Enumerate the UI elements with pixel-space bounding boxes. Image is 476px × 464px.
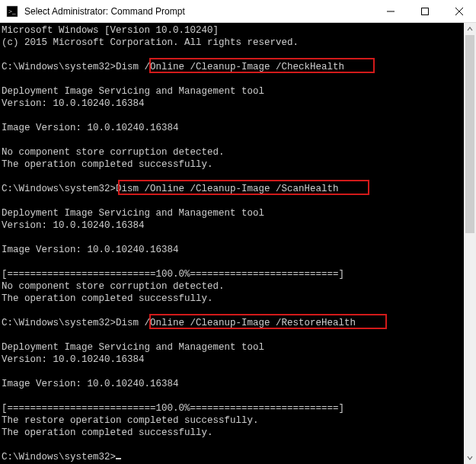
terminal-line: [2, 329, 461, 341]
terminal-line: C:\Windows\system32>Dism /Online /Cleanu…: [2, 183, 461, 195]
titlebar: >_ Select Administrator: Command Prompt: [0, 0, 476, 23]
terminal-line: [2, 232, 461, 244]
terminal-line: C:\Windows\system32>Dism /Online /Cleanu…: [2, 61, 461, 73]
terminal-line: Image Version: 10.0.10240.16384: [2, 378, 461, 390]
terminal-line: Deployment Image Servicing and Managemen…: [2, 85, 461, 98]
terminal-line: The operation completed successfully.: [2, 158, 461, 171]
minimize-button[interactable]: [373, 0, 407, 22]
window-controls: [373, 0, 476, 22]
terminal-line: C:\Windows\system32>: [2, 451, 461, 463]
terminal-output[interactable]: Microsoft Windows [Version 10.0.10240](c…: [0, 23, 464, 464]
terminal-line: [2, 110, 461, 122]
svg-rect-3: [421, 8, 428, 14]
terminal-wrap: Microsoft Windows [Version 10.0.10240](c…: [0, 23, 476, 464]
scroll-up-arrow[interactable]: [464, 23, 476, 35]
window-title: Select Administrator: Command Prompt: [24, 6, 373, 17]
terminal-line: Version: 10.0.10240.16384: [2, 354, 461, 366]
scroll-down-arrow[interactable]: [464, 452, 476, 464]
terminal-line: Microsoft Windows [Version 10.0.10240]: [2, 24, 461, 37]
scroll-thumb[interactable]: [465, 35, 474, 233]
terminal-line: Deployment Image Servicing and Managemen…: [2, 207, 461, 219]
terminal-line: [==========================100.0%=======…: [2, 402, 461, 414]
terminal-line: [2, 366, 461, 378]
terminal-line: [2, 134, 461, 146]
terminal-line: Image Version: 10.0.10240.16384: [2, 122, 461, 134]
terminal-line: [2, 195, 461, 207]
terminal-line: [2, 305, 461, 317]
terminal-line: No component store corruption detected.: [2, 146, 461, 158]
terminal-line: Version: 10.0.10240.16384: [2, 98, 461, 110]
terminal-line: [==========================100.0%=======…: [2, 268, 461, 280]
terminal-line: [2, 73, 461, 85]
terminal-line: [2, 171, 461, 183]
terminal-line: [2, 49, 461, 61]
terminal-line: [2, 256, 461, 268]
terminal-line: Deployment Image Servicing and Managemen…: [2, 341, 461, 354]
terminal-line: C:\Windows\system32>Dism /Online /Cleanu…: [2, 317, 461, 329]
terminal-line: No component store corruption detected.: [2, 280, 461, 293]
svg-text:>_: >_: [8, 8, 16, 15]
terminal-line: [2, 439, 461, 451]
terminal-line: (c) 2015 Microsoft Corporation. All righ…: [2, 37, 461, 49]
terminal-line: Image Version: 10.0.10240.16384: [2, 244, 461, 256]
terminal-line: Version: 10.0.10240.16384: [2, 219, 461, 232]
cursor: [116, 458, 121, 459]
terminal-line: The restore operation completed successf…: [2, 414, 461, 427]
maximize-button[interactable]: [407, 0, 442, 22]
close-button[interactable]: [442, 0, 476, 22]
vertical-scrollbar[interactable]: [464, 23, 476, 464]
scroll-track[interactable]: [464, 35, 476, 452]
terminal-line: [2, 390, 461, 402]
terminal-line: The operation completed successfully.: [2, 293, 461, 305]
cmd-icon: >_: [6, 5, 18, 18]
terminal-line: The operation completed successfully.: [2, 427, 461, 439]
